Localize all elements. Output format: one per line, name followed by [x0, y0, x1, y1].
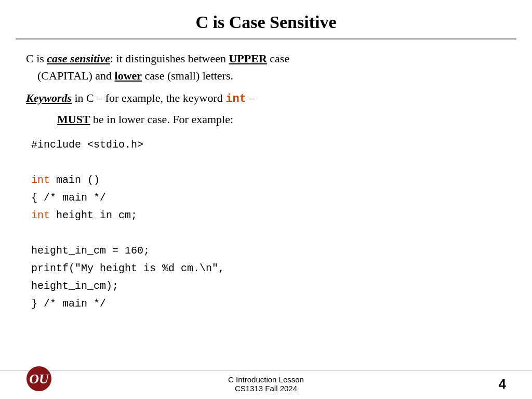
keyword-int-inner: int [31, 209, 50, 221]
code-int-main: int main () [31, 171, 506, 189]
int-keyword-text: int [225, 92, 246, 105]
code-brace-open: { /* main */ [31, 189, 506, 207]
slide-title: C is Case Sensitive [21, 12, 511, 32]
intro-capital: (CAPITAL) and [37, 69, 115, 82]
footer-lesson-title: C Introduction Lesson [228, 375, 304, 384]
must-body: be in lower case. For example: [90, 113, 234, 126]
ou-logo-icon: OU [26, 366, 52, 392]
code-height-decl: height_in_cm; [50, 209, 137, 221]
must-label: MUST [57, 113, 90, 126]
slide: C is Case Sensitive C is case sensitive:… [0, 0, 532, 399]
code-printf: printf("My height is %d cm.\n", [31, 260, 506, 277]
code-block: #include <stdio.h> int main () { /* main… [26, 136, 506, 313]
code-brace-close: } /* main */ [31, 295, 506, 313]
code-main-rest: main () [50, 174, 100, 186]
slide-content: C is case sensitive: it distinguishes be… [0, 39, 532, 370]
footer-page-number: 4 [499, 376, 506, 392]
footer-course: CS1313 Fall 2024 [228, 384, 304, 393]
code-height-assign: height_in_cm = 160; [31, 242, 506, 260]
intro-small: case (small) letters. [142, 69, 233, 82]
upper-text: UPPER [229, 52, 267, 65]
intro-c-is: C is [26, 52, 47, 65]
lower-text: lower [115, 69, 142, 82]
code-blank1 [31, 154, 506, 171]
slide-header: C is Case Sensitive [0, 0, 532, 38]
code-include: #include <stdio.h> [31, 136, 506, 154]
case-sensitive-text: case sensitive [47, 52, 110, 65]
intro-paragraph: C is case sensitive: it distinguishes be… [26, 50, 506, 84]
slide-footer: OU C Introduction Lesson CS1313 Fall 202… [0, 370, 532, 399]
intro-distinguishes: : it distinguishes between [110, 52, 229, 65]
code-int-inner: int height_in_cm; [31, 207, 506, 224]
intro-case-end: case [267, 52, 289, 65]
svg-text:OU: OU [29, 371, 49, 387]
keyword-int-main: int [31, 174, 50, 186]
keywords-label: Keywords [26, 91, 72, 104]
keywords-end: – [246, 91, 255, 104]
indent-spacer [26, 69, 37, 82]
code-blank2 [31, 224, 506, 242]
keywords-body: in C – for example, the keyword [72, 91, 225, 104]
keywords-paragraph: Keywords in C – for example, the keyword… [26, 89, 506, 108]
footer-text: C Introduction Lesson CS1313 Fall 2024 [228, 375, 304, 393]
must-paragraph: MUST be in lower case. For example: [26, 111, 506, 128]
code-printf-arg: height_in_cm); [31, 277, 506, 295]
ou-logo-container: OU [26, 366, 52, 395]
